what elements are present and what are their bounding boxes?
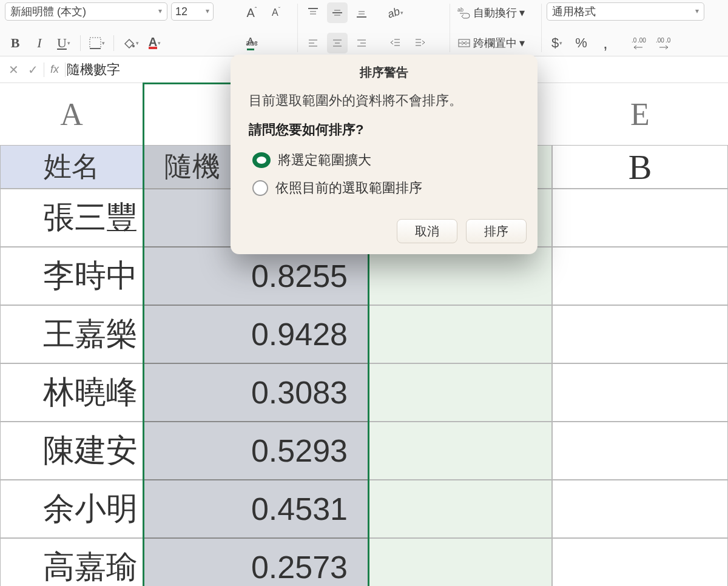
cell-C6[interactable]: [369, 422, 552, 480]
cell-C5[interactable]: [369, 363, 552, 422]
cell-B6[interactable]: 0.5293: [143, 422, 369, 480]
decrease-font-button[interactable]: Aˇ: [266, 2, 286, 23]
col-header-A[interactable]: A: [0, 83, 143, 145]
radio-expand-selection[interactable]: 將選定範圍擴大: [249, 151, 519, 169]
svg-text:.00: .00: [656, 37, 664, 44]
increase-font-button[interactable]: Aˆ: [241, 2, 262, 23]
sort-button[interactable]: 排序: [466, 219, 527, 243]
cell-A2[interactable]: 張三豐: [0, 189, 143, 247]
decrease-decimal-icon: .00.0: [656, 36, 672, 50]
svg-text:.00: .00: [638, 37, 646, 44]
align-left-button[interactable]: [303, 33, 323, 53]
cell-E2[interactable]: [552, 189, 728, 247]
radio-current-selection[interactable]: 依照目前的選取範圍排序: [249, 179, 519, 197]
cell-E1[interactable]: B: [552, 145, 728, 189]
cell-E6[interactable]: [552, 422, 728, 480]
cell-B3[interactable]: 0.8255: [143, 247, 369, 305]
cell-C4[interactable]: [369, 305, 552, 363]
accept-formula-button[interactable]: ✓: [23, 62, 42, 77]
chevron-down-icon: ▾: [153, 7, 162, 15]
font-color-button[interactable]: A▾: [144, 33, 165, 53]
cell-A3[interactable]: 李時中: [0, 247, 143, 305]
chevron-down-icon: ▾: [690, 7, 699, 15]
svg-text:.0: .0: [666, 37, 671, 44]
cell-C8[interactable]: [369, 538, 552, 586]
align-right-icon: [356, 37, 368, 49]
cell-E7[interactable]: [552, 480, 728, 538]
merge-center-label: 跨欄置中: [473, 36, 517, 50]
orientation-button[interactable]: ab▾: [385, 2, 406, 23]
italic-button[interactable]: I: [29, 33, 50, 53]
col-header-E[interactable]: E: [552, 83, 728, 145]
wrap-text-label: 自動換行: [473, 5, 517, 20]
cell-E5[interactable]: [552, 363, 728, 422]
cell-E8[interactable]: [552, 538, 728, 586]
indent-icon: [414, 37, 426, 49]
cell-A1[interactable]: 姓名: [0, 145, 143, 189]
align-center-button[interactable]: [327, 33, 348, 53]
dialog-message: 目前選取範圍外的資料將不會排序。: [249, 92, 519, 110]
fx-icon[interactable]: fx: [50, 63, 59, 76]
font-size-select[interactable]: 12 ▾: [171, 2, 214, 21]
fill-color-button[interactable]: ▾: [120, 33, 141, 53]
cell-B8[interactable]: 0.2573: [143, 538, 369, 586]
align-center-icon: [331, 37, 343, 49]
merge-center-button[interactable]: 跨欄置中▾: [455, 33, 536, 53]
radio-selected-icon: [252, 152, 271, 168]
svg-rect-0: [90, 38, 101, 49]
currency-button[interactable]: $▾: [547, 33, 567, 53]
phonetic-button[interactable]: abcA▾: [241, 33, 262, 53]
cell-C7[interactable]: [369, 480, 552, 538]
align-right-button[interactable]: [351, 33, 372, 53]
cell-C3[interactable]: [369, 247, 552, 305]
border-button[interactable]: ▾: [87, 33, 107, 53]
cell-B7[interactable]: 0.4531: [143, 480, 369, 538]
svg-point-2: [132, 45, 135, 47]
ribbon: 新細明體 (本文) ▾ 12 ▾ B I U▾ ▾ ▾: [0, 0, 728, 56]
decrease-decimal-button[interactable]: .00.0: [653, 33, 674, 53]
dialog-title: 排序警告: [231, 55, 538, 87]
radio-unselected-icon: [252, 180, 268, 196]
cancel-button[interactable]: 取消: [397, 219, 457, 243]
sort-warning-dialog: 排序警告 目前選取範圍外的資料將不會排序。 請問您要如何排序? 將選定範圍擴大 …: [231, 55, 538, 254]
bold-button[interactable]: B: [5, 33, 25, 53]
align-top-button[interactable]: [303, 2, 323, 23]
increase-indent-button[interactable]: [410, 33, 430, 53]
cell-A8[interactable]: 高嘉瑜: [0, 538, 143, 586]
decrease-indent-button[interactable]: [385, 33, 406, 53]
border-icon: [89, 37, 101, 49]
align-left-icon: [307, 37, 319, 49]
cell-B5[interactable]: 0.3083: [143, 363, 369, 422]
cell-B4[interactable]: 0.9428: [143, 305, 369, 363]
cell-A4[interactable]: 王嘉樂: [0, 305, 143, 363]
font-name-value: 新細明體 (本文): [10, 4, 86, 19]
increase-decimal-button[interactable]: .0.00: [629, 33, 650, 53]
cell-E3[interactable]: [552, 247, 728, 305]
cell-E4[interactable]: [552, 305, 728, 363]
cancel-formula-button[interactable]: ✕: [4, 62, 23, 77]
increase-decimal-icon: .0.00: [632, 36, 647, 50]
cell-A5[interactable]: 林曉峰: [0, 363, 143, 422]
radio-expand-label: 將選定範圍擴大: [278, 151, 371, 169]
align-bottom-icon: [356, 7, 368, 19]
outdent-icon: [389, 37, 402, 49]
font-name-select[interactable]: 新細明體 (本文) ▾: [5, 2, 167, 21]
align-middle-icon: [331, 7, 343, 19]
align-middle-button[interactable]: [327, 2, 348, 23]
merge-icon: [457, 36, 471, 50]
cell-A6[interactable]: 陳建安: [0, 422, 143, 480]
cell-A7[interactable]: 余小明: [0, 480, 143, 538]
number-format-select[interactable]: 通用格式 ▾: [547, 2, 704, 21]
svg-text:.0: .0: [632, 37, 637, 44]
align-bottom-button[interactable]: [351, 2, 372, 23]
wrap-text-icon: ab: [457, 6, 471, 19]
radio-current-label: 依照目前的選取範圍排序: [275, 179, 422, 197]
svg-text:ab: ab: [457, 7, 463, 13]
comma-button[interactable]: ,: [595, 33, 616, 53]
underline-button[interactable]: U▾: [53, 33, 74, 53]
formula-bar-value[interactable]: 隨機數字: [67, 61, 120, 79]
wrap-text-button[interactable]: ab 自動換行▾: [455, 2, 536, 23]
paint-bucket-icon: [122, 36, 135, 50]
font-size-value: 12: [175, 5, 187, 18]
percent-button[interactable]: %: [571, 33, 592, 53]
